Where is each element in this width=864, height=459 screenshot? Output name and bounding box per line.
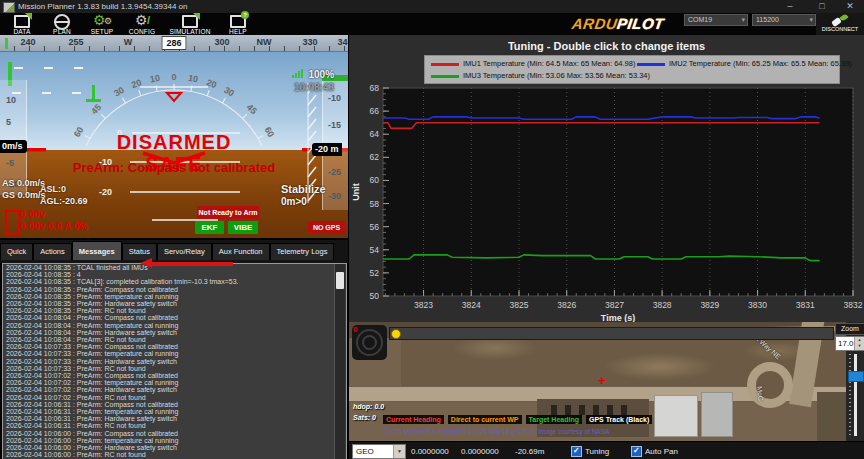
svg-text:62: 62: [370, 152, 380, 162]
tab-telemetry-logs[interactable]: Telemetry Logs: [270, 243, 335, 260]
dropdown-arrow-icon[interactable]: ▼: [393, 445, 405, 458]
simulation-icon: [180, 14, 200, 28]
hud[interactable]: 6045302010010203045600-10-20 240255W300N…: [0, 35, 348, 238]
compass-label: 330: [302, 37, 317, 47]
message-row[interactable]: 2026-02-04 10:08:35 : 4: [3, 271, 346, 278]
messages-list[interactable]: 2026-02-04 10:08:35 : TCAL finished all …: [2, 263, 347, 459]
svg-text:50: 50: [370, 291, 380, 301]
chart-legend: IMU1 Temperature (Min: 64.5 Max: 65 Mean…: [424, 55, 840, 84]
svg-text:60: 60: [370, 175, 380, 185]
message-row[interactable]: 2026-02-04 10:06:00 : PreArm: Hardware s…: [3, 444, 346, 451]
com-port-select[interactable]: COM19: [684, 14, 748, 26]
compass-label: 345: [337, 37, 348, 47]
zoom-slider-handle[interactable]: [848, 371, 864, 382]
flight-progress-bar[interactable]: [389, 327, 834, 340]
legend-item: IMU1 Temperature (Min: 64.5 Max: 65 Mean…: [431, 59, 635, 68]
message-row[interactable]: 2026-02-04 10:06:31 : PreArm: Compass no…: [3, 401, 346, 408]
direction-gauge: 0: [352, 325, 387, 360]
message-row[interactable]: 2026-02-04 10:08:35 : TCAL[3]: completed…: [3, 278, 346, 285]
vibe-button[interactable]: VIBE: [228, 221, 258, 234]
message-row[interactable]: 2026-02-04 10:08:04 : PreArm: Compass no…: [3, 314, 346, 321]
battery-voltage: 0.00v: [20, 209, 45, 220]
airspeed-readout: AS 0.0m/s: [2, 178, 45, 188]
toolbar-button-simulation[interactable]: SIMULATION: [162, 13, 218, 35]
svg-text:54: 54: [370, 245, 380, 255]
message-row[interactable]: 2026-02-04 10:07:33 : PreArm: temperatur…: [3, 350, 346, 357]
message-row[interactable]: 2026-02-04 10:06:31 : PreArm: Hardware s…: [3, 415, 346, 422]
messages-scrollbar[interactable]: [334, 264, 345, 459]
toolbar-button-label: SIMULATION: [162, 28, 218, 35]
toolbar-button-plan[interactable]: PLAN: [42, 13, 82, 35]
ardupilot-logo: ARDUPILOT: [571, 15, 665, 32]
message-row[interactable]: 2026-02-04 10:08:35 : PreArm: Hardware s…: [3, 300, 346, 307]
agl-readout: AGL:-20.69: [40, 196, 88, 206]
toolbar-button-data[interactable]: DATA: [2, 13, 42, 35]
message-row[interactable]: 2026-02-04 10:07:02 : PreArm: Compass no…: [3, 372, 346, 379]
tab-actions[interactable]: Actions: [33, 243, 72, 260]
message-row[interactable]: 2026-02-04 10:06:00 : PreArm: RC not fou…: [3, 451, 346, 458]
svg-text:64: 64: [370, 129, 380, 139]
close-button[interactable]: ✕: [844, 1, 856, 12]
progress-marker[interactable]: [391, 329, 401, 339]
message-row[interactable]: 2026-02-04 10:06:31 : PreArm: RC not fou…: [3, 422, 346, 429]
tuning-checkbox-label[interactable]: Tuning: [585, 447, 609, 456]
plug-icon: [831, 14, 849, 26]
svg-text:30: 30: [112, 85, 126, 99]
message-row[interactable]: 2026-02-04 10:07:33 : PreArm: RC not fou…: [3, 365, 346, 372]
longitude-readout: 0.0000000: [461, 447, 499, 456]
tuning-checkbox[interactable]: [571, 446, 582, 457]
autopan-checkbox-label[interactable]: Auto Pan: [645, 447, 678, 456]
message-row[interactable]: 2026-02-04 10:07:02 : PreArm: Hardware s…: [3, 386, 346, 393]
signal-bars-icon: [292, 64, 304, 82]
svg-text:3829: 3829: [700, 300, 719, 310]
message-row[interactable]: 2026-02-04 10:08:35 : PreArm: temperatur…: [3, 293, 346, 300]
street-label: McC: [756, 386, 764, 401]
coord-system-select[interactable]: GEO ▼: [352, 444, 406, 459]
map-panel[interactable]: ll Way NE McC low Trail NE + 0 Zoom 17.0…: [349, 322, 864, 441]
message-row[interactable]: 2026-02-04 10:07:02 : PreArm: RC not fou…: [3, 394, 346, 401]
zoom-spinner[interactable]: 17.0 ▲▼: [835, 336, 864, 351]
autopan-checkbox[interactable]: [631, 446, 642, 457]
minimize-button[interactable]: –: [784, 1, 796, 12]
compass-label: 240: [20, 37, 35, 47]
tuning-chart-panel[interactable]: Tuning - Double click to change items IM…: [349, 35, 864, 322]
gps-status-badge: NO GPS: [308, 221, 345, 234]
svg-text:68: 68: [370, 83, 380, 93]
message-row[interactable]: 2026-02-04 10:08:04 : PreArm: Hardware s…: [3, 329, 346, 336]
message-row[interactable]: 2026-02-04 10:07:02 : PreArm: temperatur…: [3, 379, 346, 386]
svg-text:3831: 3831: [796, 300, 815, 310]
toolbar-button-config[interactable]: CONFIG: [122, 13, 162, 35]
disconnect-button[interactable]: DISCONNECT: [816, 13, 864, 35]
toolbar-button-setup[interactable]: SETUP: [82, 13, 122, 35]
heading-value-box: 286: [161, 36, 186, 50]
zoom-slider-ticks: [849, 354, 851, 436]
toolbar-button-help[interactable]: HELP: [218, 13, 258, 35]
message-row[interactable]: 2026-02-04 10:07:33 : PreArm: Compass no…: [3, 343, 346, 350]
message-row[interactable]: 2026-02-04 10:06:31 : PreArm: temperatur…: [3, 408, 346, 415]
map-building: [654, 395, 698, 437]
annotation-arrow: [140, 258, 235, 269]
message-row[interactable]: 2026-02-04 10:06:00 : PreArm: Compass no…: [3, 430, 346, 437]
zoom-slider[interactable]: [854, 354, 857, 436]
chart-plot[interactable]: 3823382438253826382738283829383038313832…: [349, 83, 864, 322]
plan-icon: [52, 14, 72, 28]
toolbar-button-label: HELP: [218, 28, 258, 35]
message-row[interactable]: 2026-02-04 10:08:35 : PreArm: RC not fou…: [3, 307, 346, 314]
ekf-button[interactable]: EKF: [195, 221, 224, 234]
map-roundabout: [747, 362, 793, 408]
compass-label: W: [124, 37, 133, 47]
spinner-arrows-icon[interactable]: ▲▼: [854, 337, 864, 350]
main-toolbar: DATAPLANSETUPCONFIGSIMULATIONHELP ARDUPI…: [0, 13, 864, 35]
message-row[interactable]: 2026-02-04 10:08:04 : PreArm: RC not fou…: [3, 336, 346, 343]
message-row[interactable]: 2026-02-04 10:07:33 : PreArm: Hardware s…: [3, 358, 346, 365]
maximize-button[interactable]: □: [816, 1, 828, 12]
baud-rate-select[interactable]: 115200: [752, 14, 816, 26]
message-row[interactable]: 2026-02-04 10:08:35 : PreArm: Compass no…: [3, 286, 346, 293]
tab-messages[interactable]: Messages: [72, 241, 122, 260]
scrollbar-thumb[interactable]: [336, 272, 344, 289]
legend-item: IMU2 Temperature (Min: 65.25 Max: 65.5 M…: [637, 59, 852, 68]
message-row[interactable]: 2026-02-04 10:06:00 : PreArm: temperatur…: [3, 437, 346, 444]
message-row[interactable]: 2026-02-04 10:08:04 : PreArm: temperatur…: [3, 322, 346, 329]
signal-percent: 100%: [308, 69, 334, 80]
tab-quick[interactable]: Quick: [0, 243, 33, 260]
